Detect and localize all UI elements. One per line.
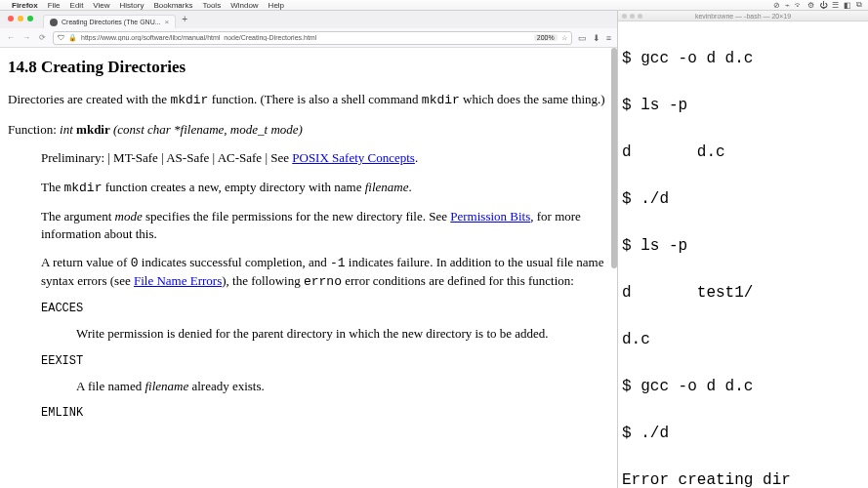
terminal-window-controls [622, 14, 642, 19]
terminal-line: Error creating dir [622, 468, 864, 488]
status-icon[interactable]: ⚙ [807, 1, 814, 10]
browser-toolbar: ← → ⟳ 🛡 🔒 https://www.gnu.org/software/l… [0, 28, 617, 48]
reload-button[interactable]: ⟳ [37, 33, 47, 42]
menu-window[interactable]: Window [230, 1, 258, 10]
scrollbar-thumb[interactable] [611, 48, 617, 268]
eacces-desc: Write permission is denied for the paren… [76, 325, 609, 343]
reader-view-icon[interactable]: ▭ [578, 33, 587, 43]
status-icon[interactable]: ◧ [844, 1, 851, 10]
minimize-window-icon[interactable] [630, 14, 635, 19]
menu-file[interactable]: File [48, 1, 61, 10]
app-menu-icon[interactable]: ≡ [606, 33, 611, 43]
lock-icon[interactable]: 🔒 [68, 34, 77, 42]
status-icon[interactable]: ⊘ [773, 1, 780, 10]
macos-menubar: Firefox File Edit View History Bookmarks… [0, 0, 868, 11]
menu-view[interactable]: View [93, 1, 109, 10]
firefox-window: Creating Directories (The GNU... × + ← →… [0, 11, 618, 488]
terminal-line: $ ./d [622, 422, 864, 445]
menu-edit[interactable]: Edit [70, 1, 84, 10]
window-controls [2, 16, 39, 21]
terminal-line: $ gcc -o d d.c [622, 47, 864, 70]
browser-tab[interactable]: Creating Directories (The GNU... × [43, 15, 176, 28]
terminal-line: $ ls -p [622, 234, 864, 258]
bookmark-star-icon[interactable]: ☆ [561, 34, 567, 42]
terminal-line: $ gcc -o d d.c [622, 375, 864, 398]
terminal-line: d.c [622, 328, 864, 351]
posix-safety-link[interactable]: POSIX Safety Concepts [292, 150, 415, 165]
minimize-window-icon[interactable] [18, 16, 23, 21]
close-tab-icon[interactable]: × [165, 18, 170, 26]
app-menu[interactable]: Firefox [12, 1, 38, 10]
tracking-shield-icon[interactable]: 🛡 [58, 34, 64, 41]
menu-bookmarks[interactable]: Bookmarks [153, 1, 192, 10]
terminal-line: d d.c [622, 141, 864, 164]
desc-paragraph-1: The mkdir function creates a new, empty … [41, 179, 609, 197]
new-tab-button[interactable]: + [182, 14, 187, 24]
file-name-errors-link[interactable]: File Name Errors [134, 273, 222, 288]
zoom-window-icon[interactable] [638, 14, 642, 19]
desc-paragraph-3: A return value of 0 indicates successful… [41, 254, 609, 290]
tab-title: Creating Directories (The GNU... [62, 19, 161, 25]
desc-paragraph-2: The argument mode specifies the file per… [41, 208, 609, 242]
preliminary-line: Preliminary: | MT-Safe | AS-Safe | AC-Sa… [41, 149, 609, 167]
eexist-desc: A file named filename already exists. [76, 378, 609, 395]
status-icon[interactable]: ⧉ [856, 0, 862, 10]
terminal-line: d test1/ [622, 281, 864, 305]
terminal-titlebar[interactable]: kevinbrowne — -bash — 20×19 [618, 11, 868, 21]
url-bar[interactable]: 🛡 🔒 https://www.gnu.org/software/libc/ma… [53, 31, 572, 45]
status-icon[interactable]: ☰ [832, 1, 839, 10]
status-icon[interactable]: ⌁ [785, 1, 790, 10]
terminal-window: kevinbrowne — -bash — 20×19 $ gcc -o d d… [618, 11, 868, 488]
zoom-indicator[interactable]: 200% [534, 34, 558, 41]
status-icon[interactable]: ᯤ [795, 1, 803, 10]
terminal-body[interactable]: $ gcc -o d d.c $ ls -p d d.c $ ./d $ ls … [618, 21, 868, 488]
terminal-line: $ ./d [622, 187, 864, 211]
page-content[interactable]: 14.8 Creating Directories Directories ar… [0, 48, 617, 488]
terminal-line: $ ls -p [622, 94, 864, 117]
intro-paragraph: Directories are created with the mkdir f… [8, 91, 609, 109]
close-window-icon[interactable] [8, 16, 14, 21]
menu-help[interactable]: Help [269, 1, 284, 10]
menu-history[interactable]: History [120, 1, 145, 10]
zoom-window-icon[interactable] [27, 16, 33, 21]
terminal-title: kevinbrowne — -bash — 20×19 [695, 13, 791, 20]
errno-eacces: EACCES [41, 302, 609, 315]
errno-emlink: EMLINK [41, 406, 609, 420]
url-text: https://www.gnu.org/software/libc/manual… [81, 34, 530, 41]
function-signature: Function: int mkdir (const char *filenam… [8, 121, 609, 139]
downloads-icon[interactable]: ⬇ [593, 33, 600, 43]
back-button[interactable]: ← [6, 33, 16, 42]
forward-button[interactable]: → [21, 33, 31, 42]
menu-tools[interactable]: Tools [202, 1, 221, 10]
page-heading: 14.8 Creating Directories [8, 58, 609, 77]
permission-bits-link[interactable]: Permission Bits [450, 209, 530, 224]
close-window-icon[interactable] [622, 14, 627, 19]
errno-eexist: EEXIST [41, 354, 609, 368]
favicon-icon [50, 19, 58, 26]
status-icon[interactable]: ⏻ [819, 1, 827, 10]
tab-strip: Creating Directories (The GNU... × + [0, 11, 617, 28]
